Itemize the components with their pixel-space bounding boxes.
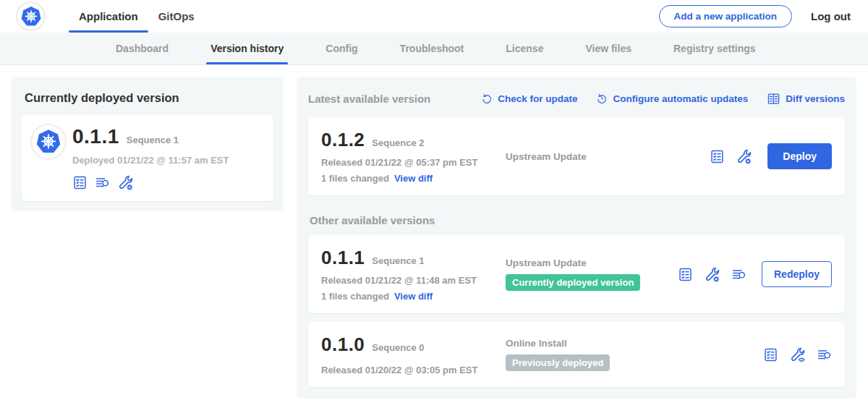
sequence-label: Sequence 0	[372, 342, 424, 353]
diff-versions-link[interactable]: Diff versions	[767, 92, 845, 106]
app-logo	[17, 3, 44, 30]
view-diff-link[interactable]: View diff	[394, 173, 433, 184]
sequence-label: Sequence 1	[372, 255, 424, 266]
files-changed-label: 1 files changed	[321, 291, 389, 302]
version-source-label: Upstream Update	[506, 151, 587, 162]
deployed-version-card: 0.1.1 Sequence 1 Deployed 01/21/22 @ 11:…	[22, 115, 273, 201]
version-number: 0.1.2	[321, 129, 365, 151]
edit-config-icon[interactable]	[736, 148, 752, 165]
auto-update-icon	[596, 93, 608, 104]
subnav-tab-registry-settings[interactable]: Registry settings	[673, 33, 756, 64]
deployed-date: Deployed 01/21/22 @ 11:57 am EST	[72, 155, 263, 166]
version-history-panel: Latest available version Check for updat…	[297, 77, 856, 399]
subnav-tab-dashboard[interactable]: Dashboard	[116, 33, 169, 64]
deployed-app-logo	[32, 125, 65, 158]
released-date: Released 01/20/22 @ 03:05 pm EST	[321, 365, 506, 375]
deployed-sequence-label: Sequence 1	[127, 135, 179, 145]
sequence-label: Sequence 2	[372, 137, 424, 148]
deployed-card-title: Currently deployed version	[22, 87, 273, 106]
preflight-checks-icon[interactable]	[710, 149, 725, 164]
logout-button[interactable]: Log out	[811, 10, 851, 22]
deploy-button[interactable]: Deploy	[767, 143, 832, 169]
other-versions-title: Other available versions	[310, 214, 843, 226]
subnav-tab-license[interactable]: License	[506, 33, 543, 64]
tab-application[interactable]: Application	[69, 0, 148, 33]
app-subnav: Dashboard Version history Config Trouble…	[0, 33, 868, 65]
version-number: 0.1.1	[321, 247, 365, 269]
view-config-icon[interactable]	[789, 347, 806, 363]
preflight-checks-icon[interactable]	[678, 267, 693, 282]
view-diff-link[interactable]: View diff	[394, 291, 433, 302]
files-changed-label: 1 files changed	[321, 173, 389, 184]
version-row-0-1-1: 0.1.1 Sequence 1 Released 01/21/22 @ 11:…	[308, 235, 845, 313]
redeploy-button[interactable]: Redeploy	[762, 261, 832, 287]
tab-application-label: Application	[79, 10, 138, 22]
subnav-tab-config[interactable]: Config	[326, 33, 357, 64]
check-for-update-link[interactable]: Check for update	[481, 93, 577, 104]
app-header: Application GitOps Add a new application…	[0, 0, 868, 33]
configure-automatic-updates-link[interactable]: Configure automatic updates	[596, 93, 748, 104]
version-source-label: Upstream Update	[506, 258, 587, 268]
version-row-0-1-2: 0.1.2 Sequence 2 Released 01/21/22 @ 05:…	[308, 117, 845, 195]
add-new-application-button[interactable]: Add a new application	[659, 5, 793, 27]
latest-version-title: Latest available version	[308, 93, 430, 105]
deploy-logs-icon[interactable]	[731, 267, 746, 282]
refresh-icon	[481, 93, 493, 104]
currently-deployed-badge: Currently deployed version	[506, 274, 640, 291]
subnav-tab-troubleshoot[interactable]: Troubleshoot	[400, 33, 464, 64]
deployed-version-number: 0.1.1	[72, 125, 119, 148]
version-source-label: Online Install	[506, 338, 567, 349]
preflight-checks-icon[interactable]	[763, 347, 778, 362]
preflight-checks-icon[interactable]	[72, 175, 88, 190]
subnav-tab-version-history[interactable]: Version history	[210, 33, 284, 64]
diff-icon	[767, 92, 780, 106]
deploy-logs-icon[interactable]	[817, 347, 832, 362]
kubernetes-logo-icon	[20, 6, 42, 27]
released-date: Released 01/21/22 @ 11:48 am EST	[321, 275, 506, 286]
edit-config-icon[interactable]	[117, 174, 134, 191]
subnav-tab-view-files[interactable]: View files	[585, 33, 631, 64]
released-date: Released 01/21/22 @ 05:37 pm EST	[321, 157, 506, 168]
deploy-logs-icon[interactable]	[95, 175, 110, 190]
kubernetes-logo-icon	[35, 129, 61, 155]
currently-deployed-card: Currently deployed version 0.1.1 Sequenc…	[12, 77, 284, 211]
previously-deployed-badge: Previously deployed	[506, 354, 610, 371]
main-content: Currently deployed version 0.1.1 Sequenc…	[0, 65, 868, 408]
tab-gitops-label: GitOps	[158, 10, 195, 22]
version-number: 0.1.0	[321, 333, 365, 356]
edit-config-icon[interactable]	[704, 266, 720, 283]
tab-gitops[interactable]: GitOps	[148, 0, 205, 33]
version-row-0-1-0: 0.1.0 Sequence 0 Released 01/20/22 @ 03:…	[308, 322, 845, 387]
